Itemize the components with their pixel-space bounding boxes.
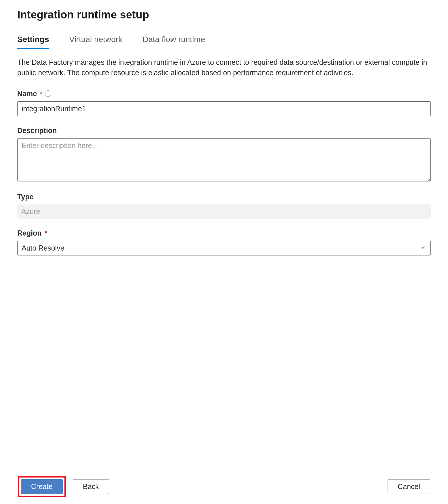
type-readonly <box>17 204 431 219</box>
back-button[interactable]: Back <box>73 479 109 494</box>
region-label: Region * <box>17 229 431 237</box>
name-label-text: Name <box>17 90 37 98</box>
integration-runtime-setup-panel: Integration runtime setup Settings Virtu… <box>0 0 448 504</box>
info-icon[interactable]: i <box>45 90 51 97</box>
tab-virtual-network[interactable]: Virtual network <box>69 35 122 49</box>
region-label-text: Region <box>17 229 42 237</box>
type-label-text: Type <box>17 193 34 201</box>
tab-settings[interactable]: Settings <box>17 35 49 49</box>
description-textarea[interactable] <box>17 138 431 181</box>
tab-data-flow-runtime[interactable]: Data flow runtime <box>142 35 205 49</box>
field-group-type: Type <box>17 193 431 219</box>
name-label: Name * i <box>17 90 431 98</box>
description-label: Description <box>17 126 431 135</box>
field-group-description: Description <box>17 126 431 182</box>
region-select[interactable]: Auto Resolve <box>17 241 431 255</box>
name-input[interactable] <box>17 101 431 116</box>
panel-title: Integration runtime setup <box>17 9 431 21</box>
footer-bar: Create Back Cancel <box>0 469 448 504</box>
required-asterisk: * <box>40 90 43 98</box>
description-label-text: Description <box>17 126 57 135</box>
field-group-region: Region * Auto Resolve <box>17 229 431 255</box>
region-select-wrapper: Auto Resolve <box>17 241 431 255</box>
create-button-highlight: Create <box>18 476 66 497</box>
type-label: Type <box>17 193 431 201</box>
create-button[interactable]: Create <box>21 479 63 494</box>
field-group-name: Name * i <box>17 90 431 116</box>
cancel-button[interactable]: Cancel <box>388 479 430 494</box>
required-asterisk: * <box>45 229 47 237</box>
tab-bar: Settings Virtual network Data flow runti… <box>17 35 431 49</box>
intro-text: The Data Factory manages the integration… <box>17 57 431 78</box>
